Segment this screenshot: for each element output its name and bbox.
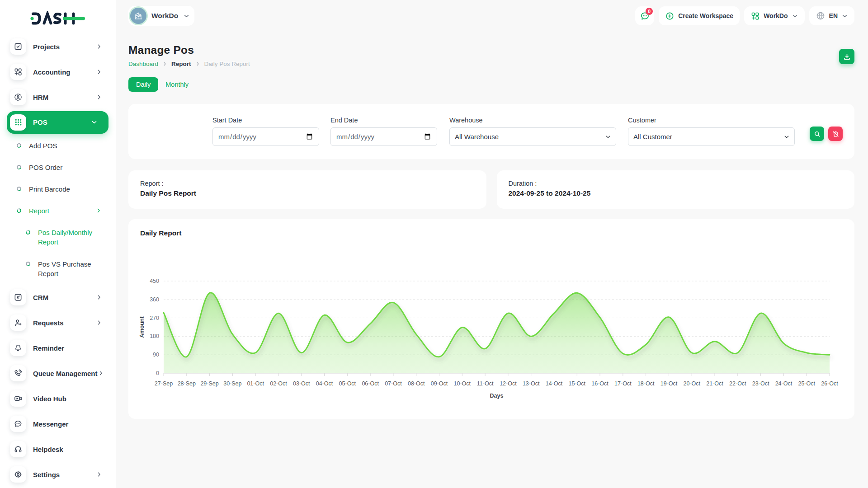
x-tick-label: 23-Oct: [752, 380, 769, 387]
breadcrumb-report[interactable]: Report: [171, 61, 191, 67]
create-workspace-button[interactable]: Create Workspace: [659, 6, 740, 25]
filter-actions: [810, 127, 843, 159]
x-tick-label: 04-Oct: [316, 380, 333, 387]
x-tick-label: 14-Oct: [546, 380, 563, 387]
user-plus-icon: [10, 314, 26, 331]
sidebar-item-messenger[interactable]: Messenger: [0, 411, 116, 436]
sidebar-item-pos-daily-monthly-report[interactable]: Pos Daily/Monthly Report: [0, 221, 116, 253]
messages-badge: 0: [646, 8, 653, 15]
daily-report-card: Daily Report 09018027036045027-Sep28-Sep…: [128, 219, 854, 419]
area-fill: [164, 293, 830, 373]
end-date-field: End Date: [330, 117, 437, 159]
video-icon: [10, 390, 26, 407]
filter-card: Start Date End Date Warehouse All Wareho…: [128, 104, 854, 159]
chevron-right-icon: [195, 61, 200, 66]
bullet-icon: [25, 261, 31, 267]
sidebar-item-pos-order[interactable]: POS Order: [0, 156, 116, 178]
x-tick-label: 29-Sep: [200, 380, 218, 387]
customer-select[interactable]: All Customer: [628, 127, 795, 146]
search-icon: [813, 130, 821, 138]
active-menu-pill: POS: [7, 111, 108, 134]
y-tick-label: 450: [150, 278, 159, 284]
chevron-right-icon: [96, 294, 102, 300]
x-tick-label: 10-Oct: [454, 380, 471, 387]
user-focus-icon: [10, 89, 26, 105]
customer-field: Customer All Customer: [628, 117, 795, 159]
customer-label: Customer: [628, 117, 795, 124]
sidebar-item-report[interactable]: Report: [0, 200, 116, 221]
bullet-icon: [16, 207, 22, 213]
x-tick-label: 06-Oct: [362, 380, 379, 387]
trash-slash-icon: [832, 130, 840, 138]
sidebar-item-crm[interactable]: CRM: [0, 285, 116, 310]
sidebar-item-print-barcode[interactable]: Print Barcode: [0, 178, 116, 200]
y-tick-label: 360: [150, 296, 159, 303]
app-logo[interactable]: [30, 11, 116, 26]
top-header: WorkDo 0 Create Workspace WorkDo EN: [128, 0, 854, 32]
export-button[interactable]: [839, 49, 854, 64]
dash-logo-icon: [30, 11, 86, 26]
plus-circle-icon: [665, 11, 675, 21]
sidebar-item-hrm[interactable]: HRM: [0, 84, 116, 110]
warehouse-field: Warehouse All Warehouse: [449, 117, 616, 159]
sidebar-item-projects[interactable]: Projects: [0, 34, 116, 59]
sidebar-item-reminder[interactable]: Reminder: [0, 335, 116, 361]
bullet-icon: [16, 142, 22, 148]
y-axis-title: Amount: [139, 316, 145, 338]
warehouse-select[interactable]: All Warehouse: [449, 127, 616, 146]
chevron-down-icon: [841, 13, 848, 19]
start-date-input[interactable]: [212, 127, 319, 146]
workspace-menu-label: WorkDo: [764, 12, 788, 19]
y-tick-label: 90: [153, 352, 159, 358]
chevron-right-icon: [162, 61, 167, 66]
chevron-right-icon: [96, 69, 102, 75]
language-label: EN: [829, 12, 838, 19]
phone-call-icon: [10, 365, 26, 381]
check-square-icon: [10, 38, 26, 55]
end-date-input[interactable]: [330, 127, 437, 146]
y-tick-label: 180: [150, 333, 159, 339]
sidebar-item-add-pos[interactable]: Add POS: [0, 135, 116, 156]
tab-monthly[interactable]: Monthly: [165, 81, 189, 88]
x-tick-label: 01-Oct: [247, 380, 264, 387]
headset-icon: [10, 441, 26, 457]
sidebar-item-video-hub[interactable]: Video Hub: [0, 386, 116, 411]
x-tick-label: 12-Oct: [500, 380, 517, 387]
page-heading-block: Manage Pos Dashboard Report Daily Pos Re…: [128, 44, 250, 67]
search-button[interactable]: [810, 127, 824, 141]
x-tick-label: 13-Oct: [523, 380, 540, 387]
chevron-right-icon: [96, 43, 102, 50]
daily-report-area-chart[interactable]: 09018027036045027-Sep28-Sep29-Sep30-Sep0…: [128, 247, 854, 419]
sidebar-item-settings[interactable]: Settings: [0, 462, 116, 487]
start-date-label: Start Date: [212, 117, 319, 124]
workspace-switcher[interactable]: WorkDo: [128, 6, 194, 26]
workspace-menu-button[interactable]: WorkDo: [744, 6, 804, 25]
sidebar-item-accounting[interactable]: Accounting: [0, 59, 116, 84]
reset-button[interactable]: [828, 127, 843, 141]
sidebar-item-pos-vs-purchase-report[interactable]: Pos VS Purchase Report: [0, 253, 116, 285]
header-actions: 0 Create Workspace WorkDo EN: [635, 6, 854, 25]
sidebar-item-queue-management[interactable]: Queue Management: [0, 361, 116, 386]
messages-button[interactable]: 0: [635, 6, 654, 25]
language-button[interactable]: EN: [809, 6, 854, 25]
report-label: Report :: [140, 180, 475, 187]
sidebar-item-requests[interactable]: Requests: [0, 310, 116, 335]
x-tick-label: 25-Oct: [798, 380, 815, 387]
globe-icon: [816, 11, 826, 21]
chart-title: Daily Report: [128, 219, 854, 247]
x-tick-label: 05-Oct: [339, 380, 356, 387]
x-tick-label: 18-Oct: [637, 380, 655, 387]
x-tick-label: 08-Oct: [408, 380, 425, 387]
grid-plus-icon: [750, 11, 760, 21]
sidebar-item-pos[interactable]: POS: [0, 110, 116, 135]
duration-label: Duration :: [509, 180, 843, 187]
x-tick-label: 27-Sep: [155, 380, 173, 387]
create-workspace-label: Create Workspace: [678, 12, 733, 19]
sidebar-item-helpdesk[interactable]: Helpdesk: [0, 436, 116, 462]
main-area: WorkDo 0 Create Workspace WorkDo EN: [116, 0, 868, 419]
x-tick-label: 07-Oct: [385, 380, 402, 387]
page-heading-row: Manage Pos Dashboard Report Daily Pos Re…: [128, 44, 854, 67]
breadcrumb-dashboard[interactable]: Dashboard: [128, 61, 158, 67]
page-title: Manage Pos: [128, 44, 250, 56]
tab-daily[interactable]: Daily: [128, 77, 158, 92]
